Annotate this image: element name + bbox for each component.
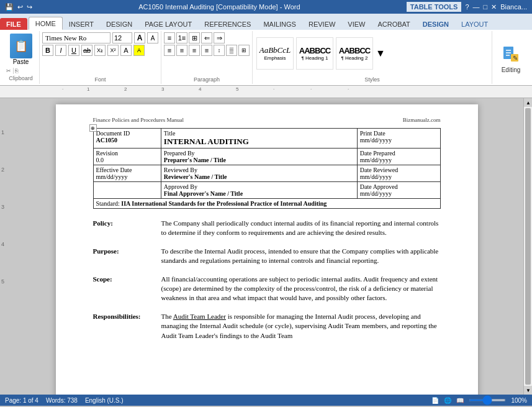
superscript-button[interactable]: X² xyxy=(107,45,119,56)
copy-button[interactable]: ⎘ xyxy=(15,68,20,74)
font-size-selector[interactable] xyxy=(112,32,132,43)
ruler-mark-0: · xyxy=(62,86,63,92)
align-center-button[interactable]: ≡ xyxy=(176,45,187,56)
reviewed-by-value: Reviewer's Name / Title xyxy=(164,173,354,180)
table-cell-empty[interactable] xyxy=(93,182,161,199)
scope-section: Scope: All financial/accounting operatio… xyxy=(93,275,441,303)
tab-home[interactable]: HOME xyxy=(29,17,63,30)
table-cell[interactable]: Approved By Final Approver's Name / Titl… xyxy=(161,182,357,199)
table-cell[interactable]: Revision 0.0 xyxy=(93,149,161,165)
ruler-mark-6: · xyxy=(273,86,274,92)
approved-by-label: Approved By xyxy=(164,183,354,190)
cut-button[interactable]: ✂ xyxy=(6,68,14,74)
purpose-section: Purpose: To describe the Internal Audit … xyxy=(93,247,441,266)
justify-button[interactable]: ≡ xyxy=(201,45,212,56)
print-date-value: mm/dd/yyyy xyxy=(360,137,438,144)
style-emphasis[interactable]: AaBbCcL Emphasis xyxy=(256,37,294,70)
title-value: INTERNAL AUDITING xyxy=(164,137,354,147)
borders-button[interactable]: ⊞ xyxy=(238,45,250,56)
scroll-down-button[interactable]: ▼ xyxy=(524,386,532,395)
underline-button[interactable]: U xyxy=(68,45,79,56)
view-print-icon[interactable]: 📄 xyxy=(431,397,439,404)
tab-page-layout[interactable]: PAGE LAYOUT xyxy=(138,18,198,30)
tab-acrobat[interactable]: ACROBAT xyxy=(371,18,416,30)
table-row: Revision 0.0 Prepared By Preparer's Name… xyxy=(93,149,440,165)
highlight-button[interactable]: A xyxy=(133,45,145,56)
minimize-button[interactable]: — xyxy=(473,3,480,11)
scope-text: All financial/accounting operations are … xyxy=(161,275,441,303)
table-cell[interactable]: Reviewed By Reviewer's Name / Title xyxy=(161,165,357,182)
save-icon[interactable]: 💾 xyxy=(5,3,14,11)
scroll-up-button[interactable]: ▲ xyxy=(524,98,532,107)
paste-button[interactable]: 📋 Paste xyxy=(6,34,35,68)
table-move-handle[interactable]: ⊕ xyxy=(89,124,97,132)
document-area[interactable]: Finance Policies and Procedures Manual B… xyxy=(10,98,523,395)
tab-file[interactable]: FILE xyxy=(0,18,27,30)
zoom-slider[interactable] xyxy=(469,399,506,401)
undo-icon[interactable]: ↩ xyxy=(17,3,23,11)
shrink-font-button[interactable]: A xyxy=(147,32,158,43)
print-date-label: Print Date xyxy=(360,130,438,137)
tab-references[interactable]: REFERENCES xyxy=(198,18,257,30)
bold-button[interactable]: B xyxy=(42,45,53,56)
tab-review[interactable]: REVIEW xyxy=(302,18,341,30)
date-reviewed-value: mm/dd/yyyy xyxy=(360,173,438,180)
prepared-by-label: Prepared By xyxy=(164,150,354,157)
font-name-selector[interactable] xyxy=(42,32,110,43)
style-heading2[interactable]: AABBCC ¶ Heading 2 xyxy=(336,37,373,70)
tab-insert[interactable]: INSERT xyxy=(63,18,100,30)
styles-scroll-button[interactable]: ▼ xyxy=(376,48,385,59)
strikethrough-button[interactable]: ab xyxy=(81,45,92,56)
tab-design2[interactable]: DESIGN xyxy=(417,18,455,30)
decrease-indent-button[interactable]: ⇐ xyxy=(201,32,212,43)
styles-label: Styles xyxy=(256,75,488,83)
tab-mailings[interactable]: MAILINGS xyxy=(257,18,302,30)
responsibilities-label: Responsibilities: xyxy=(93,312,161,341)
table-cell[interactable]: Title INTERNAL AUDITING xyxy=(161,129,357,149)
line-spacing-button[interactable]: ↕ xyxy=(214,45,225,56)
effective-date-label: Effective Date xyxy=(96,167,158,173)
subscript-button[interactable]: X₂ xyxy=(94,45,106,56)
italic-button[interactable]: I xyxy=(55,45,66,56)
paragraph-group: ≡ 1≡ ⊞ ⇐ ⇒ ≡ ≡ ≡ ≡ ↕ ▒ ⊞ Paragraph xyxy=(161,31,253,84)
standard-text-value: IIA International Standards for the Prof… xyxy=(121,200,327,207)
numbering-button[interactable]: 1≡ xyxy=(176,32,187,43)
align-right-button[interactable]: ≡ xyxy=(189,45,200,56)
style-heading1[interactable]: AABBCC ¶ Heading 1 xyxy=(296,37,333,70)
increase-indent-button[interactable]: ⇒ xyxy=(214,32,225,43)
multilevel-button[interactable]: ⊞ xyxy=(189,32,200,43)
close-button[interactable]: ✕ xyxy=(491,3,497,11)
ruler-mark-3: 3 xyxy=(161,86,164,92)
redo-icon[interactable]: ↪ xyxy=(27,3,32,11)
shading-button[interactable]: ▒ xyxy=(226,45,237,56)
tab-layout[interactable]: LAYOUT xyxy=(455,18,494,30)
ruler-mark-4: 4 xyxy=(199,86,201,92)
view-read-icon[interactable]: 📖 xyxy=(456,397,464,404)
status-right: 📄 🌐 📖 100% xyxy=(431,397,527,404)
svg-text:✎: ✎ xyxy=(513,55,518,62)
clipboard-group: 📋 Paste ✂ ⎘ Clipboard xyxy=(2,31,40,84)
text-color-button[interactable]: A xyxy=(120,45,132,56)
policy-text: The Company shall periodically conduct i… xyxy=(161,219,441,238)
table-cell[interactable]: Prepared By Preparer's Name / Title xyxy=(161,149,357,165)
standard-cell[interactable]: Standard: IIA International Standards fo… xyxy=(93,199,440,209)
align-left-button[interactable]: ≡ xyxy=(164,45,175,56)
table-cell[interactable]: Date Reviewed mm/dd/yyyy xyxy=(357,165,440,182)
grow-font-button[interactable]: A xyxy=(134,32,145,43)
table-cell[interactable]: Document ID AC1050 xyxy=(93,129,161,149)
tab-view[interactable]: VIEW xyxy=(341,18,371,30)
table-cell[interactable]: Print Date mm/dd/yyyy xyxy=(357,129,440,149)
scroll-thumb[interactable] xyxy=(525,108,531,385)
table-cell[interactable]: Date Prepared mm/dd/yyyy xyxy=(357,149,440,165)
tab-design[interactable]: DESIGN xyxy=(100,18,138,30)
table-row: Document ID AC1050 Title INTERNAL AUDITI… xyxy=(93,129,440,149)
help-button[interactable]: ? xyxy=(465,3,469,11)
bullets-button[interactable]: ≡ xyxy=(164,32,175,43)
table-cell[interactable]: Effective Date mm/dd/yyyy xyxy=(93,165,161,182)
scrollbar[interactable]: ▲ ▼ xyxy=(523,98,532,395)
document-page[interactable]: Finance Policies and Procedures Manual B… xyxy=(56,104,478,395)
view-web-icon[interactable]: 🌐 xyxy=(444,397,451,404)
document-table[interactable]: Document ID AC1050 Title INTERNAL AUDITI… xyxy=(93,128,441,209)
maximize-button[interactable]: □ xyxy=(484,3,488,11)
table-cell[interactable]: Date Approved mm/dd/yyyy xyxy=(357,182,440,199)
